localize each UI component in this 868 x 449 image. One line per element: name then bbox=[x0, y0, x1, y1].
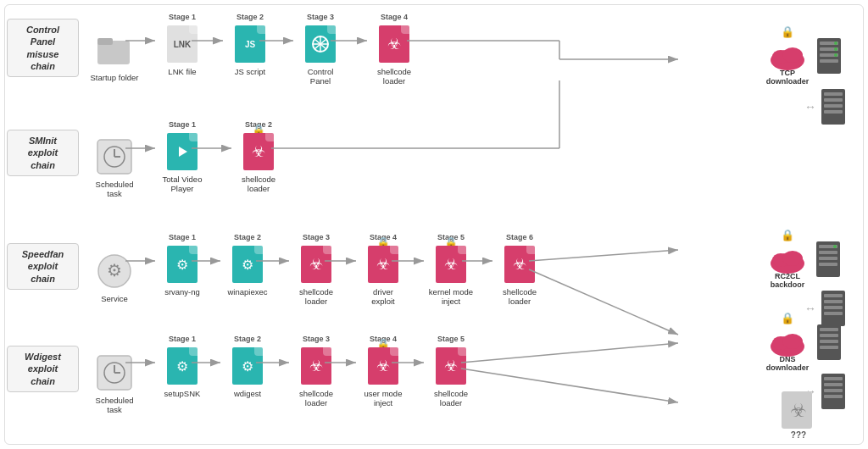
node-control-panel: Stage 3 ControlPanel bbox=[295, 13, 346, 86]
node-shellcode-loader-r3s6: Stage 6 ☣ shellcodeloader bbox=[494, 233, 545, 307]
svg-marker-11 bbox=[179, 147, 187, 157]
node-total-video-player: Stage 1 Total VideoPlayer bbox=[157, 120, 208, 194]
svg-rect-57 bbox=[824, 377, 843, 380]
stage-label: Stage 1 bbox=[169, 13, 196, 21]
stage-label: Stage 3 bbox=[303, 233, 330, 241]
node-label: user modeinject bbox=[364, 389, 403, 408]
node-label: Scheduled task bbox=[89, 180, 140, 199]
stage-label: Stage 1 bbox=[169, 120, 196, 129]
svg-point-36 bbox=[782, 251, 803, 266]
svg-rect-52 bbox=[820, 328, 838, 331]
svg-rect-31 bbox=[824, 98, 843, 102]
stage-label: Stage 4 bbox=[381, 13, 408, 21]
node-label: setupSNK bbox=[164, 389, 201, 398]
node-label: Total VideoPlayer bbox=[163, 175, 203, 194]
node-scheduled-task-r2: Scheduled task bbox=[89, 125, 140, 199]
node-label: shellcodeloader bbox=[503, 287, 537, 307]
svg-rect-45 bbox=[824, 300, 843, 303]
svg-rect-55 bbox=[820, 346, 838, 349]
stage-label bbox=[114, 240, 116, 248]
svg-rect-46 bbox=[824, 306, 843, 309]
diagram: Control Panelmisuse chain SMInitexploit … bbox=[0, 0, 868, 449]
svg-rect-54 bbox=[820, 340, 838, 343]
svg-line-81 bbox=[529, 250, 678, 261]
node-label: shellcodeloader bbox=[299, 389, 333, 408]
svg-rect-32 bbox=[824, 104, 843, 108]
node-winapiexec: Stage 2 ⚙ winapiexec bbox=[222, 233, 273, 297]
node-service: ⚙ Service bbox=[89, 240, 140, 303]
svg-point-20 bbox=[782, 47, 803, 63]
svg-rect-39 bbox=[819, 251, 837, 254]
node-label: Startup folder bbox=[90, 73, 138, 82]
node-label: LNK file bbox=[168, 67, 196, 76]
chain-label-sminit: SMInitexploit chain bbox=[7, 130, 79, 176]
svg-rect-33 bbox=[824, 110, 843, 114]
node-label: shellcodeloader bbox=[434, 389, 468, 408]
node-label: Service bbox=[101, 294, 128, 303]
node-srvany-ng: Stage 1 ⚙ srvany-ng bbox=[157, 233, 208, 297]
node-js-script: Stage 2 JS JS script bbox=[225, 13, 275, 76]
node-label: shellcodeloader bbox=[377, 67, 411, 86]
node-label: shellcodeloader bbox=[299, 287, 333, 307]
chain-label-speedfan: Speedfanexploit chain bbox=[7, 243, 79, 290]
svg-rect-58 bbox=[824, 383, 843, 386]
chain-label-wdigest: Wdigestexploit chain bbox=[7, 346, 79, 392]
stage-label: Stage 5 bbox=[437, 335, 465, 343]
svg-rect-25 bbox=[820, 59, 838, 63]
stage-label: Stage 2 bbox=[234, 335, 261, 343]
node-label: ControlPanel bbox=[308, 67, 334, 86]
svg-rect-44 bbox=[824, 294, 843, 297]
node-label: driverexploit bbox=[371, 287, 394, 307]
stage-label: Stage 3 bbox=[303, 335, 330, 343]
svg-point-42 bbox=[833, 245, 837, 248]
node-driver-exploit: Stage 4 🔒 ☣ driverexploit bbox=[358, 233, 409, 307]
svg-line-82 bbox=[529, 269, 678, 335]
stage-label: Stage 6 bbox=[506, 233, 533, 241]
stage-label bbox=[114, 125, 116, 134]
node-label: shellcodeloader bbox=[242, 175, 275, 194]
svg-rect-30 bbox=[824, 92, 843, 96]
stage-label: Stage 1 bbox=[169, 233, 196, 241]
svg-point-50 bbox=[782, 334, 803, 349]
stage-label: Stage 2 bbox=[234, 233, 261, 241]
node-scheduled-task-r4: Scheduled task bbox=[89, 341, 140, 415]
stage-label bbox=[114, 19, 116, 27]
svg-rect-59 bbox=[824, 389, 843, 392]
node-kernel-mode-inject: Stage 5 🔒 ☣ kernel modeinject bbox=[426, 233, 476, 307]
node-label: JS script bbox=[235, 67, 265, 76]
node-shellcode-loader-r4s5: Stage 5 ☣ shellcodeloader bbox=[426, 335, 476, 408]
stage-label: Stage 2 bbox=[236, 13, 264, 21]
node-shellcode-loader-r4s3: Stage 3 ☣ shellcodeloader bbox=[291, 335, 342, 408]
output-unknown: ☣ ??? bbox=[780, 390, 817, 440]
svg-rect-1 bbox=[97, 38, 113, 45]
stage-label: Stage 1 bbox=[169, 335, 196, 343]
svg-rect-40 bbox=[819, 257, 837, 260]
svg-point-27 bbox=[834, 47, 837, 51]
node-user-mode-inject: Stage 4 🔒 ☣ user modeinject bbox=[358, 335, 409, 408]
svg-line-88 bbox=[461, 343, 678, 363]
stage-label: Stage 3 bbox=[307, 13, 334, 21]
svg-rect-60 bbox=[824, 395, 843, 398]
svg-line-89 bbox=[461, 369, 678, 402]
node-startup-folder: Startup folder bbox=[89, 19, 140, 82]
svg-point-26 bbox=[834, 42, 837, 45]
node-label: winapiexec bbox=[228, 287, 268, 297]
stage-label bbox=[114, 341, 116, 350]
node-shellcode-loader-r1: Stage 4 ☣ shellcodeloader bbox=[369, 13, 420, 86]
output-tcp-downloader: 🔒 TCPdownloader ↔ bbox=[762, 25, 847, 126]
node-wdigest: Stage 2 ⚙ wdigest bbox=[222, 335, 273, 398]
node-label: wdigest bbox=[234, 389, 261, 398]
svg-rect-53 bbox=[820, 334, 838, 337]
node-shellcode-loader-r2: Stage 2 🔒 ☣ shellcodeloader bbox=[233, 120, 284, 194]
node-shellcode-loader-r3s3: Stage 3 ☣ shellcodeloader bbox=[291, 233, 342, 307]
svg-text:⚙: ⚙ bbox=[107, 261, 122, 280]
node-label: Scheduled task bbox=[89, 396, 140, 415]
svg-text:☣: ☣ bbox=[790, 400, 807, 421]
svg-point-28 bbox=[834, 53, 837, 57]
node-setupsnk: Stage 1 ⚙ setupSNK bbox=[157, 335, 208, 398]
chain-label-control-panel: Control Panelmisuse chain bbox=[7, 19, 79, 77]
node-label: srvany-ng bbox=[164, 287, 200, 297]
node-label: kernel modeinject bbox=[429, 287, 473, 307]
svg-rect-41 bbox=[819, 263, 837, 266]
node-lnk: Stage 1 LNK LNK file bbox=[157, 13, 208, 76]
